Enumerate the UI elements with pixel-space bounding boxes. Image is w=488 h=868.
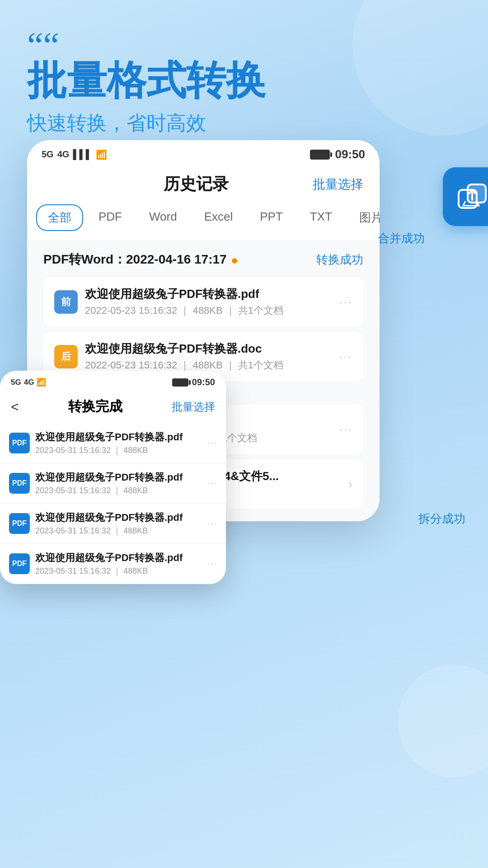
- split-success-label: 拆分成功: [418, 511, 465, 527]
- pm2-file-meta-4: 2023-05-31 15:16:32 ｜ 488KB: [35, 566, 202, 576]
- pm2-file-item-4: PDF 欢迎使用超级兔子PDF转换器.pdf 2023-05-31 15:16:…: [0, 544, 226, 584]
- share-icon: [456, 181, 488, 212]
- file-name-before: 欢迎使用超级兔子PDF转换器.pdf: [85, 286, 332, 302]
- tab-excel[interactable]: Excel: [192, 204, 245, 231]
- pm2-5g: 5G: [11, 378, 21, 387]
- pm2-file-meta-3: 2023-05-31 15:16:32 ｜ 488KB: [35, 525, 202, 536]
- status-bar: 5G 4G ▌▌▌ 📶 09:50: [27, 140, 380, 169]
- file-menu-after[interactable]: ···: [339, 349, 352, 364]
- pm2-4g: 4G: [24, 378, 34, 387]
- pm2-file-info-2: 欢迎使用超级兔子PDF转换器.pdf 2023-05-31 15:16:32 ｜…: [35, 471, 202, 496]
- pm2-title: 转换完成: [68, 397, 122, 416]
- pm2-battery: [172, 378, 188, 387]
- pm2-file-item-2: PDF 欢迎使用超级兔子PDF转换器.pdf 2023-05-31 15:16:…: [0, 463, 226, 504]
- file-meta-before: 2022-05-23 15:16:32 ｜ 488KB ｜ 共1个文档: [85, 304, 332, 317]
- file-menu-before[interactable]: ···: [339, 295, 352, 309]
- pm2-file-info-3: 欢迎使用超级兔子PDF转换器.pdf 2023-05-31 15:16:32 ｜…: [35, 511, 202, 536]
- pm2-menu-1[interactable]: ···: [207, 437, 217, 449]
- pm2-menu-2[interactable]: ···: [207, 477, 217, 489]
- file-info-before: 欢迎使用超级兔子PDF转换器.pdf 2022-05-23 15:16:32 ｜…: [85, 286, 332, 317]
- pm2-menu-3[interactable]: ···: [207, 518, 217, 529]
- pm2-header: < 转换完成 批量选择: [0, 394, 226, 423]
- merge-success-label: 合并成功: [378, 231, 425, 246]
- pm2-files-list: PDF 欢迎使用超级兔子PDF转换器.pdf 2023-05-31 15:16:…: [0, 423, 226, 584]
- pm2-file-name-3: 欢迎使用超级兔子PDF转换器.pdf: [35, 511, 202, 524]
- conversion-status: 转换成功: [316, 252, 363, 268]
- pm2-right: 09:50: [172, 377, 215, 387]
- file-item-before: 前 欢迎使用超级兔子PDF转换器.pdf 2022-05-23 15:16:32…: [43, 277, 363, 326]
- network-label-4g: 4G: [57, 149, 70, 160]
- orange-dot: [232, 258, 237, 264]
- file-meta-after: 2022-05-23 15:16:32 ｜ 488KB ｜ 共1个文档: [85, 359, 332, 372]
- tab-ppt[interactable]: PPT: [248, 204, 295, 231]
- chevron-right-icon: ›: [348, 477, 352, 491]
- merge-file-menu[interactable]: ···: [339, 422, 352, 437]
- status-bar-left: 5G 4G ▌▌▌ 📶: [42, 149, 107, 160]
- pm2-file-meta-2: 2023-05-31 15:16:32 ｜ 488KB: [35, 485, 202, 496]
- pm2-pdf-icon-3: PDF: [9, 513, 30, 534]
- wifi-icon: 📶: [96, 149, 107, 160]
- pm2-batch-select[interactable]: 批量选择: [172, 400, 215, 414]
- tab-pdf[interactable]: PDF: [87, 204, 134, 231]
- pm2-pdf-icon-2: PDF: [9, 473, 30, 494]
- file-badge-prev: 前: [54, 290, 78, 314]
- pm2-pdf-icon-4: PDF: [9, 553, 30, 574]
- pm2-file-info-1: 欢迎使用超级兔子PDF转换器.pdf 2023-05-31 15:16:32 ｜…: [35, 430, 202, 456]
- phone-title: 历史记录: [164, 173, 229, 195]
- pm2-file-item-3: PDF 欢迎使用超级兔子PDF转换器.pdf 2023-05-31 15:16:…: [0, 504, 226, 544]
- svg-rect-1: [468, 184, 486, 203]
- batch-select-button[interactable]: 批量选择: [313, 176, 363, 193]
- second-phone-mockup: 5G 4G 📶 09:50 < 转换完成 批量选择 PDF 欢迎使用超级兔子PD…: [0, 371, 226, 584]
- time-display: 09:50: [335, 147, 366, 161]
- signal-icon: ▌▌▌: [73, 149, 92, 160]
- file-info-after: 欢迎使用超级兔子PDF转换器.doc 2022-05-23 15:16:32 ｜…: [85, 341, 332, 372]
- tab-all[interactable]: 全部: [36, 204, 83, 231]
- pm2-file-item-1: PDF 欢迎使用超级兔子PDF转换器.pdf 2023-05-31 15:16:…: [0, 423, 226, 463]
- pm2-status-bar: 5G 4G 📶 09:50: [0, 371, 226, 394]
- pm2-file-name-1: 欢迎使用超级兔子PDF转换器.pdf: [35, 430, 202, 444]
- share-merge-button[interactable]: [443, 167, 488, 226]
- status-bar-right: 09:50: [310, 147, 366, 161]
- deco-circle-2: [398, 665, 488, 778]
- pm2-file-meta-1: 2023-05-31 15:16:32 ｜ 488KB: [35, 445, 202, 456]
- phone-header: 历史记录 批量选择: [27, 169, 380, 204]
- pm2-file-name-4: 欢迎使用超级兔子PDF转换器.pdf: [35, 551, 202, 565]
- tab-txt[interactable]: TXT: [298, 204, 344, 231]
- pm2-back-button[interactable]: <: [11, 399, 19, 415]
- conversion-title: PDF转Word：2022-04-16 17:17: [43, 251, 237, 268]
- file-badge-after: 后: [54, 345, 78, 368]
- filter-tabs: 全部 PDF Word Excel PPT TXT 图片: [27, 204, 380, 240]
- pm2-file-info-4: 欢迎使用超级兔子PDF转换器.pdf 2023-05-31 15:16:32 ｜…: [35, 551, 202, 576]
- pm2-menu-4[interactable]: ···: [207, 558, 217, 570]
- pm2-time: 09:50: [192, 377, 215, 387]
- tab-image[interactable]: 图片: [347, 204, 380, 231]
- conversion-header: PDF转Word：2022-04-16 17:17 转换成功: [43, 251, 363, 268]
- file-name-after: 欢迎使用超级兔子PDF转换器.doc: [85, 341, 332, 357]
- network-label-5g: 5G: [42, 149, 54, 160]
- pm2-network: 5G 4G 📶: [11, 377, 46, 387]
- pm2-pdf-icon-1: PDF: [9, 433, 30, 453]
- pm2-wifi-icon: 📶: [37, 377, 46, 387]
- tab-word[interactable]: Word: [137, 204, 189, 231]
- battery-icon: [310, 150, 330, 160]
- pm2-file-name-2: 欢迎使用超级兔子PDF转换器.pdf: [35, 471, 202, 484]
